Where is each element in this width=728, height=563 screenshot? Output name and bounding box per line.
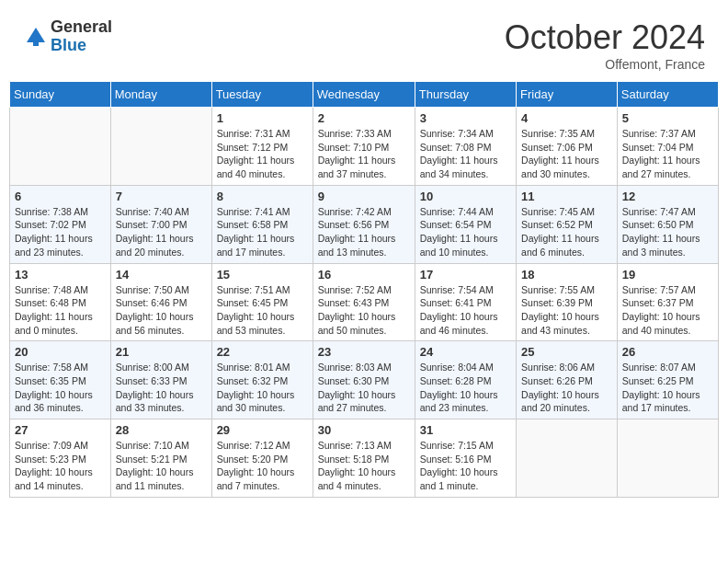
day-info: Sunrise: 8:01 AM Sunset: 6:32 PM Dayligh…: [217, 361, 308, 415]
table-row: 18Sunrise: 7:55 AM Sunset: 6:39 PM Dayli…: [517, 263, 618, 341]
day-number: 25: [521, 345, 612, 359]
table-row: 26Sunrise: 8:07 AM Sunset: 6:25 PM Dayli…: [617, 341, 718, 419]
day-info: Sunrise: 7:15 AM Sunset: 5:16 PM Dayligh…: [420, 439, 511, 493]
day-info: Sunrise: 7:31 AM Sunset: 7:12 PM Dayligh…: [217, 127, 308, 181]
header-monday: Monday: [110, 82, 211, 108]
table-row: 16Sunrise: 7:52 AM Sunset: 6:43 PM Dayli…: [313, 263, 415, 341]
table-row: 10Sunrise: 7:44 AM Sunset: 6:54 PM Dayli…: [415, 185, 516, 263]
day-info: Sunrise: 8:03 AM Sunset: 6:30 PM Dayligh…: [318, 361, 410, 415]
day-number: 8: [217, 190, 308, 203]
day-info: Sunrise: 7:34 AM Sunset: 7:08 PM Dayligh…: [420, 127, 511, 181]
day-number: 28: [116, 423, 207, 437]
day-info: Sunrise: 7:44 AM Sunset: 6:54 PM Dayligh…: [420, 205, 511, 259]
title-area: October 2024 Offemont, France: [505, 18, 705, 72]
logo-blue-text: Blue: [51, 37, 112, 55]
day-info: Sunrise: 7:45 AM Sunset: 6:52 PM Dayligh…: [521, 205, 612, 259]
table-row: 1Sunrise: 7:31 AM Sunset: 7:12 PM Daylig…: [211, 108, 313, 186]
header-thursday: Thursday: [415, 82, 516, 108]
calendar-table: Sunday Monday Tuesday Wednesday Thursday…: [9, 81, 719, 498]
table-row: 25Sunrise: 8:06 AM Sunset: 6:26 PM Dayli…: [517, 341, 618, 419]
table-row: 17Sunrise: 7:54 AM Sunset: 6:41 PM Dayli…: [415, 263, 516, 341]
day-number: 23: [318, 345, 410, 359]
logo: General Blue: [23, 18, 112, 55]
table-row: [617, 419, 718, 498]
day-info: Sunrise: 8:04 AM Sunset: 6:28 PM Dayligh…: [420, 361, 511, 415]
table-row: 13Sunrise: 7:48 AM Sunset: 6:48 PM Dayli…: [10, 263, 111, 341]
table-row: 31Sunrise: 7:15 AM Sunset: 5:16 PM Dayli…: [415, 419, 516, 498]
day-number: 27: [15, 423, 106, 437]
logo-general-text: General: [51, 18, 112, 37]
table-row: 23Sunrise: 8:03 AM Sunset: 6:30 PM Dayli…: [313, 341, 415, 419]
day-number: 29: [217, 423, 308, 437]
day-number: 3: [420, 111, 511, 125]
day-number: 11: [521, 190, 612, 203]
day-number: 12: [622, 190, 713, 203]
day-number: 5: [622, 111, 713, 125]
day-info: Sunrise: 7:57 AM Sunset: 6:37 PM Dayligh…: [622, 283, 713, 338]
day-info: Sunrise: 7:42 AM Sunset: 6:56 PM Dayligh…: [318, 205, 410, 259]
day-info: Sunrise: 7:41 AM Sunset: 6:58 PM Dayligh…: [217, 205, 308, 259]
day-number: 10: [420, 190, 511, 203]
table-row: 2Sunrise: 7:33 AM Sunset: 7:10 PM Daylig…: [313, 108, 415, 186]
table-row: 27Sunrise: 7:09 AM Sunset: 5:23 PM Dayli…: [10, 419, 111, 498]
day-number: 2: [318, 111, 410, 125]
day-info: Sunrise: 7:12 AM Sunset: 5:20 PM Dayligh…: [217, 439, 308, 493]
table-row: 28Sunrise: 7:10 AM Sunset: 5:21 PM Dayli…: [110, 419, 211, 498]
day-number: 20: [15, 345, 106, 359]
table-row: [517, 419, 618, 498]
table-row: 21Sunrise: 8:00 AM Sunset: 6:33 PM Dayli…: [110, 341, 211, 419]
day-number: 17: [420, 268, 511, 282]
header-wednesday: Wednesday: [313, 82, 415, 108]
table-row: 15Sunrise: 7:51 AM Sunset: 6:45 PM Dayli…: [211, 263, 313, 341]
day-number: 16: [318, 268, 410, 282]
logo-icon: [23, 24, 49, 50]
calendar-week-row: 13Sunrise: 7:48 AM Sunset: 6:48 PM Dayli…: [10, 263, 719, 341]
calendar-week-row: 6Sunrise: 7:38 AM Sunset: 7:02 PM Daylig…: [10, 185, 719, 263]
header-tuesday: Tuesday: [211, 82, 313, 108]
day-info: Sunrise: 8:00 AM Sunset: 6:33 PM Dayligh…: [116, 361, 207, 415]
header-sunday: Sunday: [10, 82, 111, 108]
day-number: 13: [15, 268, 106, 282]
day-info: Sunrise: 8:06 AM Sunset: 6:26 PM Dayligh…: [521, 361, 612, 415]
day-number: 30: [318, 423, 410, 437]
day-info: Sunrise: 7:51 AM Sunset: 6:45 PM Dayligh…: [217, 283, 308, 338]
table-row: 9Sunrise: 7:42 AM Sunset: 6:56 PM Daylig…: [313, 185, 415, 263]
table-row: 8Sunrise: 7:41 AM Sunset: 6:58 PM Daylig…: [211, 185, 313, 263]
day-number: 14: [116, 268, 207, 282]
day-info: Sunrise: 7:33 AM Sunset: 7:10 PM Dayligh…: [318, 127, 410, 181]
day-number: 4: [521, 111, 612, 125]
table-row: 7Sunrise: 7:40 AM Sunset: 7:00 PM Daylig…: [110, 185, 211, 263]
day-number: 7: [116, 190, 207, 203]
day-number: 31: [420, 423, 511, 437]
table-row: 14Sunrise: 7:50 AM Sunset: 6:46 PM Dayli…: [110, 263, 211, 341]
table-row: 4Sunrise: 7:35 AM Sunset: 7:06 PM Daylig…: [517, 108, 618, 186]
day-info: Sunrise: 7:48 AM Sunset: 6:48 PM Dayligh…: [15, 283, 106, 338]
day-number: 9: [318, 190, 410, 203]
table-row: 12Sunrise: 7:47 AM Sunset: 6:50 PM Dayli…: [617, 185, 718, 263]
day-info: Sunrise: 7:54 AM Sunset: 6:41 PM Dayligh…: [420, 283, 511, 338]
page-header: General Blue October 2024 Offemont, Fran…: [9, 9, 719, 76]
table-row: 6Sunrise: 7:38 AM Sunset: 7:02 PM Daylig…: [10, 185, 111, 263]
table-row: 30Sunrise: 7:13 AM Sunset: 5:18 PM Dayli…: [313, 419, 415, 498]
day-info: Sunrise: 7:13 AM Sunset: 5:18 PM Dayligh…: [318, 439, 410, 493]
calendar-week-row: 1Sunrise: 7:31 AM Sunset: 7:12 PM Daylig…: [10, 108, 719, 186]
month-title: October 2024: [505, 18, 705, 57]
table-row: 22Sunrise: 8:01 AM Sunset: 6:32 PM Dayli…: [211, 341, 313, 419]
day-number: 22: [217, 345, 308, 359]
header-friday: Friday: [517, 82, 618, 108]
header-saturday: Saturday: [617, 82, 718, 108]
day-info: Sunrise: 7:09 AM Sunset: 5:23 PM Dayligh…: [15, 439, 106, 493]
day-number: 21: [116, 345, 207, 359]
day-number: 24: [420, 345, 511, 359]
table-row: 20Sunrise: 7:58 AM Sunset: 6:35 PM Dayli…: [10, 341, 111, 419]
day-info: Sunrise: 7:37 AM Sunset: 7:04 PM Dayligh…: [622, 127, 713, 181]
table-row: 29Sunrise: 7:12 AM Sunset: 5:20 PM Dayli…: [211, 419, 313, 498]
day-info: Sunrise: 7:47 AM Sunset: 6:50 PM Dayligh…: [622, 205, 713, 259]
location-subtitle: Offemont, France: [505, 57, 705, 72]
day-number: 26: [622, 345, 713, 359]
table-row: 5Sunrise: 7:37 AM Sunset: 7:04 PM Daylig…: [617, 108, 718, 186]
day-number: 18: [521, 268, 612, 282]
table-row: 19Sunrise: 7:57 AM Sunset: 6:37 PM Dayli…: [617, 263, 718, 341]
day-info: Sunrise: 7:55 AM Sunset: 6:39 PM Dayligh…: [521, 283, 612, 338]
table-row: [110, 108, 211, 186]
